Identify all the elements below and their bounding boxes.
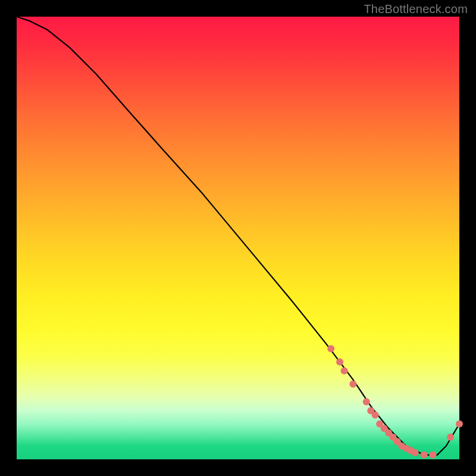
- curve-line: [17, 17, 459, 455]
- marker-dot: [456, 421, 463, 428]
- marker-dot: [421, 452, 428, 459]
- marker-dot: [412, 449, 419, 456]
- marker-dots: [327, 345, 463, 459]
- marker-dot: [341, 367, 348, 374]
- plot-area: [17, 17, 459, 459]
- marker-dot: [363, 398, 370, 405]
- marker-dot: [372, 412, 379, 419]
- marker-dot: [447, 434, 454, 441]
- curve-path: [17, 17, 459, 455]
- chart-frame: TheBottleneck.com: [0, 0, 476, 476]
- marker-dot: [327, 345, 334, 352]
- chart-svg: [17, 17, 459, 459]
- watermark-text: TheBottleneck.com: [364, 2, 468, 16]
- marker-dot: [429, 452, 436, 459]
- marker-dot: [336, 358, 343, 365]
- marker-dot: [349, 381, 356, 388]
